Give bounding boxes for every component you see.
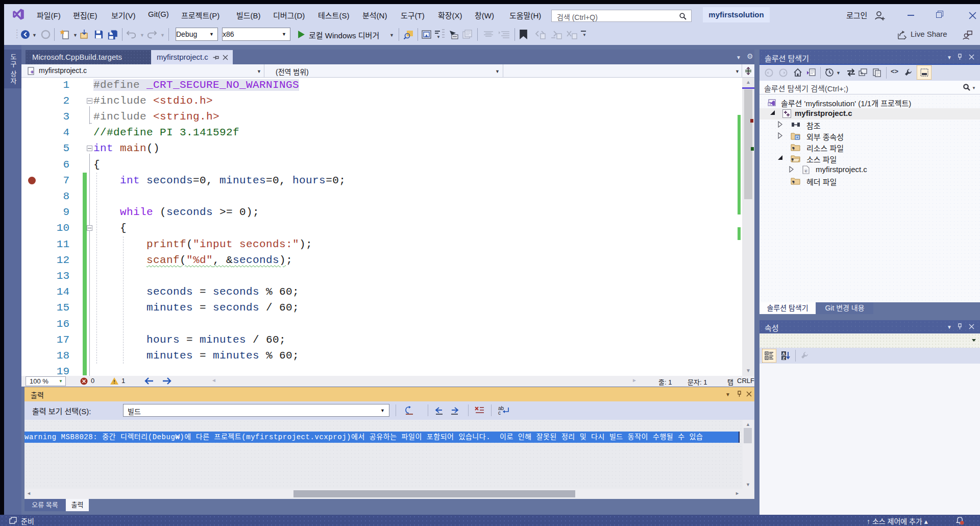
svg-text:c: c bbox=[498, 410, 501, 416]
svg-text:Z: Z bbox=[782, 356, 785, 361]
svg-text:A: A bbox=[782, 351, 786, 356]
svg-text:c: c bbox=[805, 169, 807, 173]
